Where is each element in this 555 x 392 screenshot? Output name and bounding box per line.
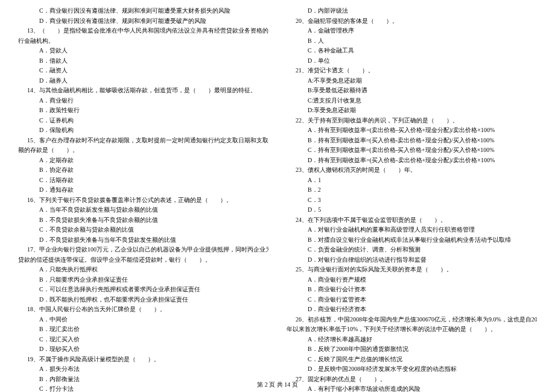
text-line: B．现汇卖出价 [18, 324, 268, 334]
text-line: D．内部评级法 [287, 6, 537, 16]
text-line: 行金融机构。 [18, 36, 268, 46]
text-line: 20、金融犯罪侵犯的客体是（ ）。 [287, 16, 537, 26]
text-line: 年以来首次增长率低于10%，下列关于经济增长率的说法中正确的是（ ）。 [287, 324, 537, 334]
text-line: C．各种金融工具 [287, 46, 537, 55]
text-line: B．持有至到期收益率=(买入价格-卖出价格+现金分配)/买入价格×100% [287, 136, 537, 145]
text-line: C．现汇买入价 [18, 335, 268, 344]
text-line: D．融券人 [18, 76, 268, 86]
text-line: B．只能要求丙企业承担保证责任 [18, 275, 268, 285]
text-line: B．反映了2008年中国的通货膨胀情况 [287, 344, 537, 354]
text-line: C．活期存款 [18, 175, 268, 185]
text-line: A．定期存款 [18, 156, 268, 165]
left-column: C．商业银行因没有遵循法律、规则和准则可能遭受重大财务损失的风险D．商业银行因没… [18, 6, 268, 392]
text-line: C．3 [287, 195, 537, 205]
text-line: D:享受免息还款期 [287, 106, 537, 115]
text-line: C．商业银行监管资本 [287, 295, 537, 305]
text-line: A．商业银行 [18, 96, 268, 106]
text-line: A．当年不良贷款新发生额与贷款余额的比值 [18, 205, 268, 215]
text-line: A．经济增长率越高越好 [287, 335, 537, 344]
text-line: D．对银行业自律组织的活动进行指导和监督 [287, 255, 537, 265]
text-line: D．通知存款 [18, 185, 268, 195]
text-line: D．既不能执行抵押权，也不能要求丙企业承担保证责任 [18, 295, 268, 305]
text-line: C．可以任意选择执行先抵押权或者要求丙企业承担保证责任 [18, 285, 268, 294]
text-line: D．是反映中国2008年经济发展水平变化程度的动态指标 [287, 364, 537, 374]
text-line: A．贷款人 [18, 46, 268, 55]
text-line: C．证券机构 [18, 116, 268, 125]
text-line: 19、不属于操作风险高级计量模型的是（ ）。 [18, 355, 268, 364]
text-line: D．单位 [287, 56, 537, 66]
text-line: 17、甲企业向银行贷款100万元，乙企业以自己的机器设备为甲企业提供抵押，同时丙… [18, 245, 268, 254]
text-line: 贷款的偿还提供连带保证。假设甲企业不能偿还贷款时，银行（ ）。 [18, 255, 268, 265]
text-line: 23、债权人撤销权消灭的时间是（ ）年。 [287, 165, 537, 175]
text-line: 15、客户在办理存款时不约定存款期限，支取时提前一定时间通知银行约定支取日期和支… [18, 136, 268, 145]
text-line: D．商业银行因没有遵循法律、规则和准则可能遭受破产的风险 [18, 16, 268, 26]
text-line: A．中间价 [18, 315, 268, 324]
text-line: C:透支按月计收复息 [287, 96, 537, 106]
text-line: 26、初步核算，中国2008年全年国内生产总值300670亿元，经济增长率为9.… [287, 315, 537, 324]
text-line: D．5 [287, 205, 537, 215]
text-line: A．1 [287, 175, 537, 185]
text-line: C．融资人 [18, 66, 268, 75]
text-line: A:不享受免息还款期 [287, 76, 537, 86]
text-line: A．损失分布法 [18, 364, 268, 374]
text-line: A．商业银行资产规模 [287, 275, 537, 285]
text-line: C．反映了国民生产总值的增长情况 [287, 355, 537, 364]
text-line: 25、与商业银行面对的实际风险无关联的资本是（ ）。 [287, 265, 537, 274]
text-line: D．不良贷款损失准备与当年不良贷款发生额的比值 [18, 235, 268, 245]
text-line: C．负责金融业的统计、调查、分析和预测 [287, 245, 537, 254]
text-line: B:享受最低还款额待遇 [287, 86, 537, 95]
text-line: C．不良贷款余额与贷款余额的比值 [18, 225, 268, 235]
text-line: D．商业银行经济资本 [287, 305, 537, 314]
right-column: D．内部评级法20、金融犯罪侵犯的客体是（ ）。A．金融管理秩序B．人C．各种金… [287, 6, 537, 392]
text-line: 22、关于持有至到期收益率的共识，下列正确的是（ ）。 [287, 116, 537, 125]
text-line: B．借款人 [18, 56, 268, 66]
text-line: B．政策性银行 [18, 106, 268, 115]
text-line: C．商业银行因没有遵循法律、规则和准则可能遭受重大财务损失的风险 [18, 6, 268, 16]
text-line: 18、中国人民银行公布的当天外汇牌价是（ ）。 [18, 305, 268, 314]
text-line: B．协定存款 [18, 165, 268, 175]
text-line: B．商业银行会计资本 [287, 285, 537, 294]
text-line: 13、（ ）是指经银监会批准在中华人民共和国境内依法设立并具有经营贷款业务资格的… [18, 26, 268, 36]
text-line: A．只能先执行抵押权 [18, 265, 268, 274]
text-line: A．金融管理秩序 [287, 26, 537, 36]
text-line: C．持有至到期收益率=(卖出价格-买入价格+现金分配)/买入价格×100% [287, 145, 537, 155]
page-columns: C．商业银行因没有遵循法律、规则和准则可能遭受重大财务损失的风险D．商业银行因没… [18, 6, 537, 392]
text-line: D．现钞买入价 [18, 344, 268, 354]
text-line: 14、与其他金融机构相比，能够吸收活期存款，创造货币，是（ ）最明显的特征。 [18, 86, 268, 95]
text-line: B．人 [287, 36, 537, 46]
text-line: B．对擅自设立银行业金融机构或非法从事银行业金融机构业务活动予以取缔 [287, 235, 537, 245]
text-line: A．持有至到期收益率=(卖出价格-买入价格+现金分配)/卖出价格×100% [287, 125, 537, 135]
page-footer: 第 2 页 共 14 页 [0, 380, 555, 390]
text-line: A．对银行业金融机构的董事和高级管理人员实行任职资格管理 [287, 225, 537, 235]
text-line: D．持有至到期收益率=(买入价格-卖出价格+现金分配)/卖出价格×100% [287, 156, 537, 165]
text-line: B．不良贷款损失准备与不良贷款余额的比值 [18, 215, 268, 225]
text-line: 24、在下列选项中不属于银监会监管职责的是（ ）。 [287, 215, 537, 225]
text-line: D．保险机构 [18, 125, 268, 135]
text-line: 额的存款是（ ）。 [18, 145, 268, 155]
text-line: B．2 [287, 185, 537, 195]
text-line: 21、准贷记卡透支（ ）。 [287, 66, 537, 75]
text-line: 16、下列关于银行不良贷款拨备覆盖率计算公式的表述，正确的是（ ）。 [18, 195, 268, 205]
